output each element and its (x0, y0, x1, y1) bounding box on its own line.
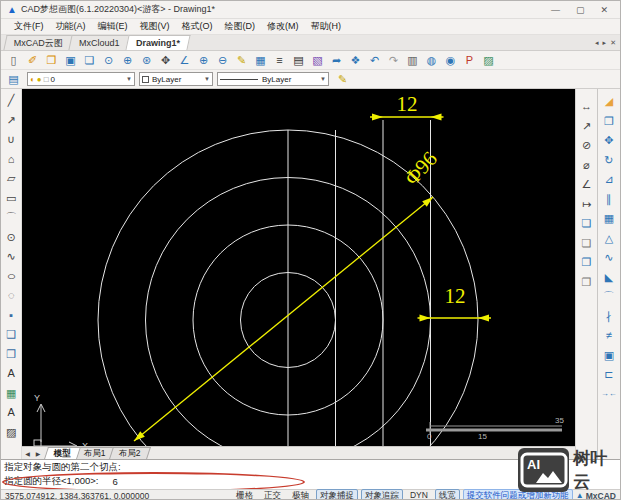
maximize-button[interactable]: ▢ (576, 5, 585, 15)
menu-format[interactable]: 格式(O) (177, 19, 218, 34)
array-icon[interactable]: ▦ (599, 209, 619, 229)
open-brush-icon[interactable]: ✐ (23, 52, 42, 69)
copy-icon[interactable]: ❐ (599, 112, 619, 132)
boundary-icon[interactable]: ⊏ (599, 365, 619, 385)
web-share-icon[interactable]: ◉ (441, 52, 460, 69)
linetype-dropdown[interactable]: ByLayer ▼ (217, 72, 329, 86)
layout-tab-model[interactable]: 模型 (44, 447, 81, 459)
layout-icon[interactable]: ▤ (289, 52, 308, 69)
mtext-lines-icon[interactable]: A (1, 403, 21, 423)
chamfer-icon[interactable]: ◣ (599, 268, 619, 288)
menu-file[interactable]: 文件(F) (9, 19, 49, 34)
tab-mxcad-cloud[interactable]: MxCAD云图 (3, 35, 73, 50)
layer-dropdown[interactable]: ◐●□ 0 ▼ (27, 72, 135, 86)
tab-mxcloud1[interactable]: MxCloud1 (68, 35, 130, 50)
point-icon[interactable]: ▪ (1, 306, 21, 326)
print-icon[interactable]: ▥ (403, 52, 422, 69)
rectangle-poly-icon[interactable]: ▱ (1, 169, 21, 189)
draworder-front-icon[interactable]: ❏ (577, 214, 597, 234)
pan-icon[interactable]: ✥ (156, 52, 175, 69)
polygon-icon[interactable]: ⌂ (1, 150, 21, 170)
rectangle-icon[interactable]: ▭ (1, 189, 21, 209)
break-icon[interactable]: ∤ (599, 307, 619, 327)
save-icon[interactable]: ▣ (61, 52, 80, 69)
ellipse-icon[interactable]: ○ (1, 267, 21, 287)
toggle-polar[interactable]: 极轴 (288, 489, 313, 500)
zoom-out-icon[interactable]: ⊖ (213, 52, 232, 69)
new-file-icon[interactable]: ▯ (4, 52, 23, 69)
dim-linear-icon[interactable]: ↔ (577, 97, 597, 117)
circle-icon[interactable]: ⊙ (1, 228, 21, 248)
table-icon[interactable]: ▦ (251, 52, 270, 69)
menu-modify[interactable]: 修改(M) (262, 19, 304, 34)
draworder-back-icon[interactable]: ❏ (577, 234, 597, 254)
zoom-extents-icon[interactable]: ⊛ (137, 52, 156, 69)
menu-edit[interactable]: 编辑(E) (93, 19, 133, 34)
toggle-dyn[interactable]: DYN (406, 489, 432, 500)
layout-tab-layout2[interactable]: 布局2 (109, 447, 151, 459)
elliptical-arc-icon[interactable]: ◌ (1, 286, 21, 306)
arc-icon[interactable]: ⌒ (1, 208, 21, 228)
menu-help[interactable]: 帮助(H) (306, 19, 347, 34)
redline-pencil-icon[interactable]: ✎ (232, 52, 251, 69)
minimize-button[interactable]: — (551, 5, 560, 15)
dim-aligned-icon[interactable]: ↗ (577, 117, 597, 137)
toggle-osnap[interactable]: 对象捕捉 (316, 489, 358, 500)
construction-line-icon[interactable]: ↗ (1, 111, 21, 131)
image-icon[interactable]: ▦ (1, 384, 21, 404)
mtext-icon[interactable]: ≡ (270, 52, 289, 69)
drawing-canvas[interactable]: 1212Φ9601535YX (22, 89, 575, 446)
rotate-icon[interactable]: ↻ (599, 151, 619, 171)
redo-icon[interactable]: ↷ (384, 52, 403, 69)
hatch-icon[interactable]: ▨ (1, 423, 21, 443)
draworder-above-icon[interactable]: ❐ (577, 253, 597, 273)
zoom-previous-icon[interactable]: ⊙ (99, 52, 118, 69)
scale-icon[interactable]: ⊿ (599, 170, 619, 190)
tab-close[interactable]: ✕ (610, 39, 616, 47)
zoom-window-icon[interactable]: ⊕ (118, 52, 137, 69)
layers-icon[interactable]: ▤ (4, 71, 23, 88)
export-icon[interactable]: ➦ (327, 52, 346, 69)
explode-icon[interactable]: ▣ (599, 346, 619, 366)
zoom-dynamic-icon[interactable]: ∠ (175, 52, 194, 69)
block-insert-icon[interactable]: ❒ (1, 345, 21, 365)
layout-tab-scroll[interactable]: ◀ ▶ (25, 450, 42, 457)
tab-drawing1[interactable]: Drawing1* (125, 35, 190, 50)
zoom-in-icon[interactable]: ⊕ (194, 52, 213, 69)
mirror-icon[interactable]: △ (599, 229, 619, 249)
tab-scroll-right[interactable]: ▸ (603, 39, 607, 47)
menu-function[interactable]: 功能(A) (51, 19, 91, 34)
fillet-icon[interactable]: ⌒ (599, 287, 619, 307)
menu-draw[interactable]: 绘图(D) (220, 19, 261, 34)
text-icon[interactable]: A (1, 364, 21, 384)
spline-edit-icon[interactable]: ∿ (599, 248, 619, 268)
line-icon[interactable]: ╱ (1, 91, 21, 111)
save-as-icon[interactable]: ❏ (80, 52, 99, 69)
draw-pencil-icon[interactable]: ✎ (333, 71, 352, 88)
polyline-icon[interactable]: ∪ (1, 130, 21, 150)
dim-diameter-icon[interactable]: ⌀ (577, 156, 597, 176)
dim-radius-icon[interactable]: ⊘ (577, 136, 597, 156)
menu-view[interactable]: 视图(V) (135, 19, 175, 34)
block-icon[interactable]: ❑ (1, 325, 21, 345)
open-folder-icon[interactable]: ❐ (42, 52, 61, 69)
pdf-export-icon[interactable]: P (460, 52, 479, 69)
display-settings-icon[interactable]: ▧ (308, 52, 327, 69)
dim-angular-icon[interactable]: ∠ (577, 175, 597, 195)
dim-continue-icon[interactable]: ↦ (577, 195, 597, 215)
close-button[interactable]: ✕ (600, 5, 608, 15)
toggle-otrack[interactable]: 对象追踪 (361, 489, 403, 500)
spline-icon[interactable]: ∿ (1, 247, 21, 267)
web-icon[interactable]: ◍ (422, 52, 441, 69)
join-icon[interactable]: →← (599, 385, 619, 405)
divide-icon[interactable]: ≠ (599, 326, 619, 346)
toggle-lineweight[interactable]: 线宽 (435, 489, 460, 500)
image-export-icon[interactable]: ▨ (479, 52, 498, 69)
toggle-ortho[interactable]: 正交 (260, 489, 285, 500)
tab-scroll-left[interactable]: ◂ (595, 39, 599, 47)
plot-style-icon[interactable]: ❖ (346, 52, 365, 69)
color-dropdown[interactable]: ByLayer ▼ (139, 72, 213, 86)
undo-icon[interactable]: ↶ (365, 52, 384, 69)
toggle-grid[interactable]: 栅格 (232, 489, 257, 500)
draworder-below-icon[interactable]: ❐ (577, 273, 597, 293)
